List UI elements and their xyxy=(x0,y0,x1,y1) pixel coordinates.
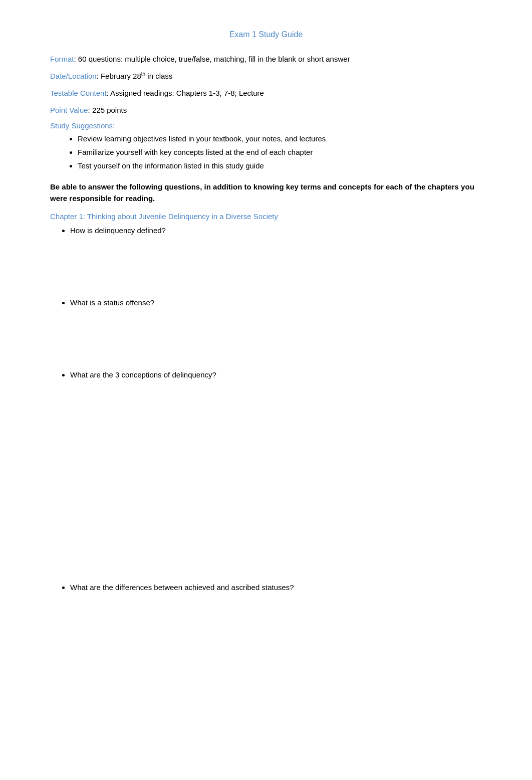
testable-line: Testable Content: Assigned readings: Cha… xyxy=(50,87,482,99)
format-value: 60 questions: multiple choice, true/fals… xyxy=(78,55,350,63)
format-label: Format xyxy=(50,55,74,63)
points-label: Point Value xyxy=(50,106,88,114)
chapter1-questions: How is delinquency defined? What is a st… xyxy=(70,225,482,594)
bold-instruction: Be able to answer the following question… xyxy=(50,181,482,204)
list-item: Familiarize yourself with key concepts l… xyxy=(78,145,482,159)
study-suggestions-label: Study Suggestions: xyxy=(50,121,482,130)
chapter1-heading: Chapter 1: Thinking about Juvenile Delin… xyxy=(50,212,482,221)
question-item-2: What is a status offense? xyxy=(70,297,482,309)
page-container: Exam 1 Study Guide Format: 60 questions:… xyxy=(0,0,532,780)
format-line: Format: 60 questions: multiple choice, t… xyxy=(50,53,482,65)
list-item: Review learning objectives listed in you… xyxy=(78,132,482,145)
study-suggestions-list: Review learning objectives listed in you… xyxy=(78,132,482,172)
question-item-1: How is delinquency defined? xyxy=(70,225,482,237)
question-item-3: What are the 3 conceptions of delinquenc… xyxy=(70,369,482,381)
page-title: Exam 1 Study Guide xyxy=(50,30,482,39)
testable-value: Assigned readings: Chapters 1-3, 7-8; Le… xyxy=(110,89,264,97)
date-line: Date/Location: February 28th in class xyxy=(50,70,482,82)
points-value: 225 points xyxy=(92,106,127,114)
date-label: Date/Location xyxy=(50,72,97,80)
testable-label: Testable Content xyxy=(50,89,107,97)
question-item-4: What are the differences between achieve… xyxy=(70,581,482,594)
date-value: February 28th in class xyxy=(101,72,172,80)
points-line: Point Value: 225 points xyxy=(50,104,482,116)
list-item: Test yourself on the information listed … xyxy=(78,159,482,172)
